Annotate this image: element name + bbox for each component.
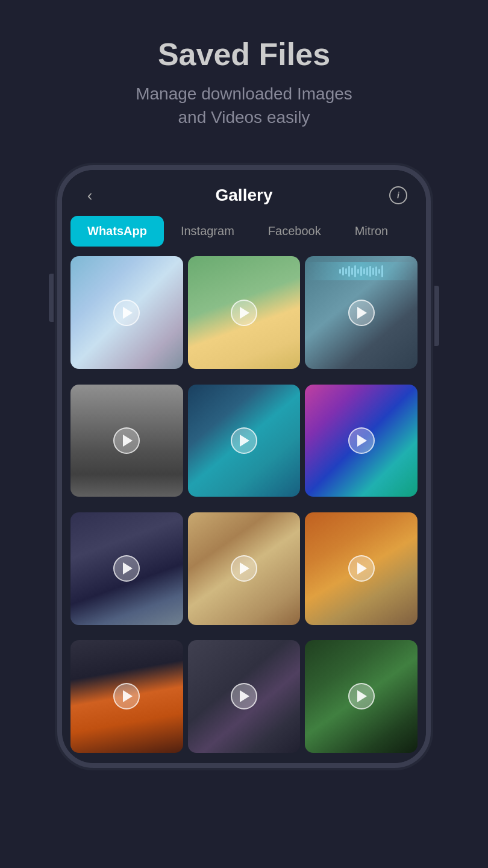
grid-item-6[interactable]: [305, 385, 418, 497]
wave-bar: [381, 265, 383, 277]
page-title: Saved Files: [24, 36, 464, 72]
wave-bar: [348, 266, 350, 277]
wave-bar: [366, 267, 368, 275]
tab-whatsapp[interactable]: WhatsApp: [70, 216, 164, 247]
play-button-8[interactable]: [231, 555, 257, 582]
wave-bar: [369, 266, 371, 277]
play-icon-3: [357, 307, 367, 319]
grid-item-4[interactable]: [70, 385, 183, 497]
screen-title: Gallery: [216, 186, 273, 205]
wave-bar: [375, 266, 377, 276]
grid-item-11[interactable]: [188, 640, 301, 753]
grid-item-8[interactable]: [188, 512, 301, 625]
wave-bar: [339, 269, 341, 274]
play-button-4[interactable]: [113, 427, 140, 454]
phone-content: ‹ Gallery i WhatsApp Instagram Facebook …: [62, 170, 426, 763]
play-icon-4: [123, 435, 133, 447]
grid-item-5[interactable]: [188, 385, 301, 497]
wave-bar: [354, 265, 356, 277]
top-bar: ‹ Gallery i: [62, 170, 426, 216]
header-section: Saved Files Manage downloaded Imagesand …: [0, 0, 488, 153]
phone-mockup: ‹ Gallery i WhatsApp Instagram Facebook …: [57, 165, 431, 768]
play-icon-7: [123, 562, 133, 574]
play-icon-5: [240, 435, 249, 447]
page-subtitle: Manage downloaded Imagesand Videos easil…: [24, 82, 464, 129]
play-icon-1: [123, 307, 133, 319]
grid-item-2[interactable]: [188, 256, 301, 369]
wave-bar: [372, 268, 374, 275]
grid-item-10[interactable]: [70, 640, 183, 753]
wave-bar: [351, 268, 353, 275]
grid-item-1[interactable]: [70, 256, 183, 369]
play-icon-2: [240, 307, 249, 319]
wave-bar: [378, 269, 380, 274]
grid-item-9[interactable]: [305, 512, 418, 625]
play-icon-12: [357, 690, 367, 702]
play-button-2[interactable]: [231, 300, 257, 326]
info-icon: i: [389, 186, 407, 204]
play-button-7[interactable]: [113, 555, 140, 582]
play-icon-6: [357, 435, 367, 447]
phone-frame: ‹ Gallery i WhatsApp Instagram Facebook …: [57, 165, 431, 768]
wave-bar: [360, 266, 362, 276]
tab-instagram[interactable]: Instagram: [164, 216, 251, 247]
play-button-10[interactable]: [113, 683, 140, 709]
play-icon-11: [240, 690, 249, 702]
wave-bar: [357, 269, 359, 274]
back-button[interactable]: ‹: [79, 184, 101, 206]
wave-bar: [363, 268, 365, 274]
tab-facebook[interactable]: Facebook: [251, 216, 338, 247]
tab-mitron[interactable]: Mitron: [338, 216, 405, 247]
play-icon-9: [357, 562, 367, 574]
play-button-3[interactable]: [348, 300, 375, 326]
play-icon-8: [240, 562, 249, 574]
wave-bar: [342, 267, 344, 275]
play-icon-10: [123, 690, 133, 702]
play-button-9[interactable]: [348, 555, 375, 582]
wave-bar: [345, 268, 347, 274]
grid-item-7[interactable]: [70, 512, 183, 625]
grid-item-12[interactable]: [305, 640, 418, 753]
play-button-11[interactable]: [231, 683, 257, 709]
gallery-grid: [62, 256, 426, 763]
play-button-1[interactable]: [113, 300, 140, 326]
info-button[interactable]: i: [387, 184, 409, 206]
play-button-5[interactable]: [231, 427, 257, 454]
play-button-6[interactable]: [348, 427, 375, 454]
grid-item-3[interactable]: [305, 256, 418, 369]
waveform-overlay: [305, 262, 418, 280]
play-button-12[interactable]: [348, 683, 375, 709]
back-icon: ‹: [87, 187, 93, 203]
tabs-row: WhatsApp Instagram Facebook Mitron: [62, 216, 426, 256]
